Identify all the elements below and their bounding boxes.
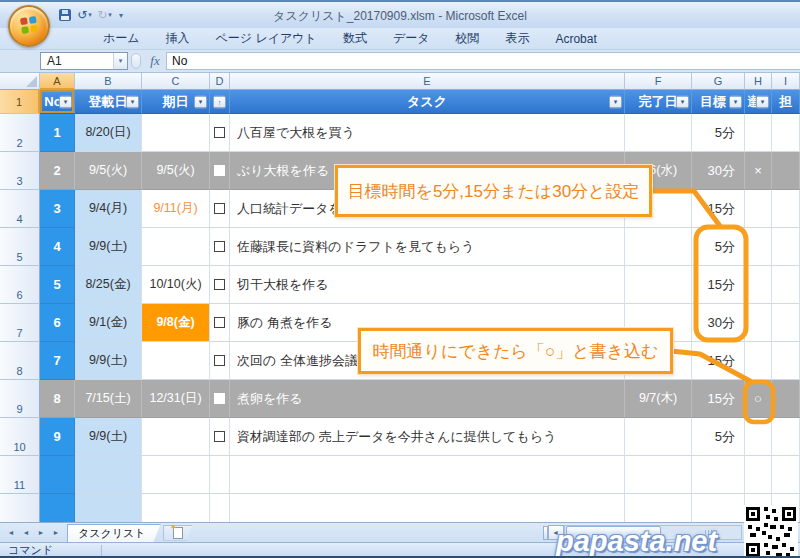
formula-bar-grip[interactable] [131,53,141,69]
sheet-tab-tasklist[interactable]: タスクリスト [67,524,161,542]
row-header[interactable]: 2 [0,114,40,152]
next-sheet-button[interactable]: ► [34,526,48,540]
cell-target[interactable]: 30分 [692,304,745,342]
cell-date-added[interactable]: 8/20(日) [75,114,142,152]
cell-due[interactable] [142,418,210,456]
tab-page-layout[interactable]: ページ レイアウト [203,27,330,50]
cell-achieved[interactable] [745,304,772,342]
column-header-i[interactable]: I [772,73,800,90]
cell-achieved[interactable]: ○ [745,380,772,418]
cell-done-date[interactable] [625,494,692,522]
cell-checkbox[interactable] [210,304,230,342]
row-header[interactable]: 8 [0,342,40,380]
column-header-b[interactable]: B [75,73,142,90]
header-cell-date-added[interactable]: 登載日 ▾ [75,90,142,114]
cell-date-added[interactable]: 9/9(土) [75,228,142,266]
cell-checkbox[interactable] [210,228,230,266]
tab-review[interactable]: 校閲 [442,27,492,50]
cell-done-date[interactable]: 9/7(木) [625,380,692,418]
cell-task[interactable]: 佐藤課長に資料のドラフトを見てもらう [230,228,625,266]
cell-target[interactable]: 15分 [692,342,745,380]
filter-dropdown-icon[interactable]: ▾ [756,95,769,108]
name-box-dropdown-icon[interactable]: ▾ [113,53,127,69]
select-all-corner[interactable] [0,73,40,90]
cell-target[interactable]: 5分 [692,228,745,266]
cell-no[interactable]: 7 [40,342,75,380]
cell-due[interactable]: 12/31(日) [142,380,210,418]
cell-achieved[interactable] [745,190,772,228]
cell-target[interactable] [692,456,745,494]
tab-acrobat[interactable]: Acrobat [542,29,609,49]
row-header[interactable]: 10 [0,418,40,456]
column-header-e[interactable]: E [230,73,625,90]
cell-no[interactable]: 4 [40,228,75,266]
tab-data[interactable]: データ [380,27,443,50]
cell-checkbox[interactable] [210,380,230,418]
row-header[interactable]: 11 [0,456,40,494]
cell-owner[interactable] [772,190,800,228]
cell-due[interactable] [142,456,210,494]
cell-target[interactable]: 15分 [692,380,745,418]
header-cell-owner[interactable]: 担 [772,90,800,114]
cell-owner[interactable] [772,152,800,190]
cell-owner[interactable] [772,456,800,494]
row-header[interactable]: 7 [0,304,40,342]
name-box[interactable]: A1 ▾ [40,52,128,70]
row-header[interactable]: 4 [0,190,40,228]
column-header-h[interactable]: H [745,73,772,90]
cell-date-added[interactable]: 9/9(土) [75,418,142,456]
filter-dropdown-icon[interactable]: ▾ [676,95,689,108]
cell-date-added[interactable]: 9/9(土) [75,342,142,380]
cell-due[interactable]: 9/5(火) [142,152,210,190]
cell-no[interactable]: 8 [40,380,75,418]
tab-formulas[interactable]: 数式 [330,27,380,50]
cell-no[interactable]: 6 [40,304,75,342]
cell-date-added[interactable]: 7/15(土) [75,380,142,418]
row-header[interactable] [0,494,40,522]
cell-owner[interactable] [772,304,800,342]
cell-target[interactable]: 5分 [692,418,745,456]
cell-target[interactable] [692,494,745,522]
cell-no[interactable]: 9 [40,418,75,456]
filter-dropdown-icon[interactable]: ▾ [729,95,742,108]
cell-target[interactable]: 5分 [692,114,745,152]
cell-achieved[interactable] [745,114,772,152]
formula-input[interactable]: No [166,52,800,70]
column-header-f[interactable]: F [625,73,692,90]
first-sheet-button[interactable]: ◄ [4,526,18,540]
cell-owner[interactable] [772,228,800,266]
cell-owner[interactable] [772,342,800,380]
cell-checkbox[interactable] [210,266,230,304]
header-cell-due[interactable]: 期日 ▾ [142,90,210,114]
filter-dropdown-icon[interactable]: ▾ [194,95,207,108]
header-cell-no[interactable]: No ▾ [40,90,75,114]
cell-checkbox[interactable] [210,114,230,152]
cell-checkbox[interactable] [210,456,230,494]
cell-due[interactable] [142,494,210,522]
cell-checkbox[interactable] [210,342,230,380]
cell-target[interactable]: 30分 [692,152,745,190]
cell-owner[interactable] [772,266,800,304]
cell-due[interactable]: 10/10(火) [142,266,210,304]
column-header-c[interactable]: C [142,73,210,90]
last-sheet-button[interactable]: ► [49,526,63,540]
cell-due[interactable] [142,114,210,152]
cell-done-date[interactable] [625,456,692,494]
cell-checkbox[interactable] [210,190,230,228]
header-cell-task[interactable]: タスク ▾ [230,90,625,114]
cell-task[interactable]: 八百屋で大根を買う [230,114,625,152]
cell-checkbox[interactable] [210,418,230,456]
column-header-a[interactable]: A [40,73,75,90]
column-header-g[interactable]: G [692,73,745,90]
cell-achieved[interactable]: × [745,152,772,190]
header-cell-done-date[interactable]: 完了日 ▾ [625,90,692,114]
cell-due[interactable] [142,228,210,266]
cell-date-added[interactable] [75,456,142,494]
cell-achieved[interactable] [745,228,772,266]
cell-owner[interactable] [772,380,800,418]
cell-no[interactable] [40,494,75,522]
tab-view[interactable]: 表示 [492,27,542,50]
insert-worksheet-button[interactable] [163,525,193,541]
row-header[interactable]: 6 [0,266,40,304]
cell-done-date[interactable] [625,114,692,152]
